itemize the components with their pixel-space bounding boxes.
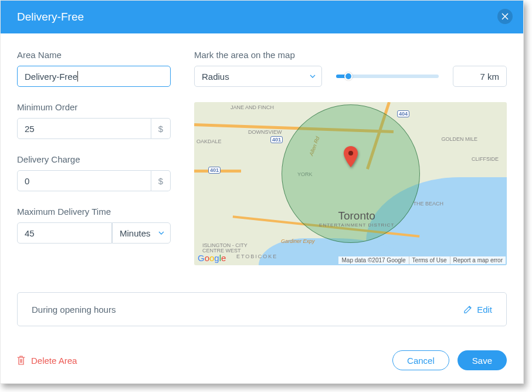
delivery-charge-label: Delivery Charge <box>17 154 171 164</box>
map-text: ETOBICOKE <box>236 254 277 259</box>
currency-suffix: $ <box>151 170 171 191</box>
route-shield: 401 <box>208 167 221 174</box>
shape-select-value: Radius <box>202 72 229 82</box>
radius-slider-wrap <box>333 75 442 78</box>
map-canvas[interactable]: JANE AND FINCH DOWNSVIEW YORK GOLDEN MIL… <box>194 102 507 265</box>
min-order-group: Minimum Order $ <box>17 102 171 139</box>
modal-footer: Delete Area Cancel Save <box>17 350 507 370</box>
edit-hours-link[interactable]: Edit <box>463 305 492 315</box>
map-attribution: Map data ©2017 Google Terms of Use Repor… <box>338 256 506 264</box>
modal-title: Delivery-Free <box>17 11 84 23</box>
save-button[interactable]: Save <box>458 350 507 370</box>
delivery-charge-group: Delivery Charge $ <box>17 154 171 191</box>
map-terms-link[interactable]: Terms of Use <box>409 256 450 264</box>
max-time-input[interactable] <box>17 222 112 244</box>
close-icon <box>501 13 509 20</box>
map-data-text: Map data ©2017 Google <box>338 256 408 264</box>
modal-body: Area Name Delivery-Free Minimum Order $ … <box>1 33 523 276</box>
delivery-area-modal: Delivery-Free Area Name Delivery-Free Mi… <box>0 0 524 384</box>
pencil-icon <box>463 305 472 314</box>
cancel-button[interactable]: Cancel <box>392 350 449 370</box>
map-pin-icon[interactable] <box>344 146 358 170</box>
map-controls: Radius 7 km <box>194 66 507 87</box>
map-label: Mark the area on the map <box>194 50 507 60</box>
opening-hours-row: During opening hours Edit <box>17 292 507 326</box>
slider-thumb[interactable] <box>344 72 353 80</box>
min-order-input[interactable] <box>17 118 151 139</box>
route-shield: 401 <box>270 136 283 143</box>
map-text: ISLINGTON - CITY CENTRE WEST <box>202 243 249 254</box>
city-name: Toronto <box>319 209 394 222</box>
map-text: CLIFFSIDE <box>472 156 499 162</box>
delete-label: Delete Area <box>31 356 77 366</box>
max-time-group: Maximum Delivery Time Minutes <box>17 207 171 244</box>
shape-select[interactable]: Radius <box>194 66 322 87</box>
chevron-down-icon <box>158 231 164 235</box>
svg-point-0 <box>348 151 353 156</box>
area-name-value: Delivery-Free <box>25 72 77 82</box>
city-sub: ENTERTAINMENT DISTRICT <box>319 222 394 228</box>
delivery-charge-input[interactable] <box>17 170 151 191</box>
area-name-input[interactable]: Delivery-Free <box>17 66 171 87</box>
currency-suffix: $ <box>151 118 171 139</box>
map-report-link[interactable]: Report a map error <box>450 256 506 264</box>
modal-header: Delivery-Free <box>1 1 523 33</box>
city-label: Toronto ENTERTAINMENT DISTRICT <box>319 209 394 228</box>
max-time-label: Maximum Delivery Time <box>17 207 171 217</box>
delete-area-link[interactable]: Delete Area <box>17 356 77 366</box>
time-unit-value: Minutes <box>120 228 151 238</box>
close-button[interactable] <box>497 9 513 24</box>
edit-label: Edit <box>477 305 492 315</box>
area-name-label: Area Name <box>17 50 171 60</box>
map-text: GOLDEN MILE <box>441 136 477 142</box>
opening-hours-text: During opening hours <box>32 305 116 315</box>
min-order-label: Minimum Order <box>17 102 171 112</box>
map-text: Gardiner Expy <box>281 238 315 244</box>
radius-display[interactable]: 7 km <box>453 66 507 87</box>
google-logo: Google <box>198 253 226 263</box>
text-cursor <box>77 71 78 82</box>
map-column: Mark the area on the map Radius 7 km <box>194 50 507 265</box>
trash-icon <box>17 356 25 365</box>
map-text: THE BEACH <box>413 201 443 207</box>
time-unit-select[interactable]: Minutes <box>112 222 171 244</box>
route-shield: 404 <box>397 110 409 117</box>
footer-buttons: Cancel Save <box>392 350 507 370</box>
map-text: JANE AND FINCH <box>231 104 274 110</box>
chevron-down-icon <box>310 75 316 78</box>
form-column: Area Name Delivery-Free Minimum Order $ … <box>17 50 171 265</box>
area-name-group: Area Name Delivery-Free <box>17 50 171 87</box>
map-text: DOWNSVIEW <box>248 129 282 135</box>
radius-slider[interactable] <box>336 75 439 78</box>
map-text: OAKDALE <box>196 138 222 144</box>
